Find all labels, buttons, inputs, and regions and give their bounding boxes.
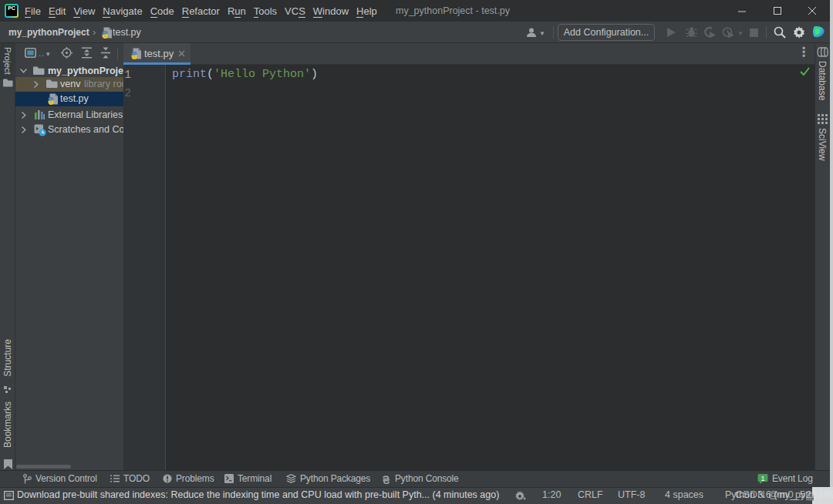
svg-text:1: 1	[761, 475, 765, 482]
